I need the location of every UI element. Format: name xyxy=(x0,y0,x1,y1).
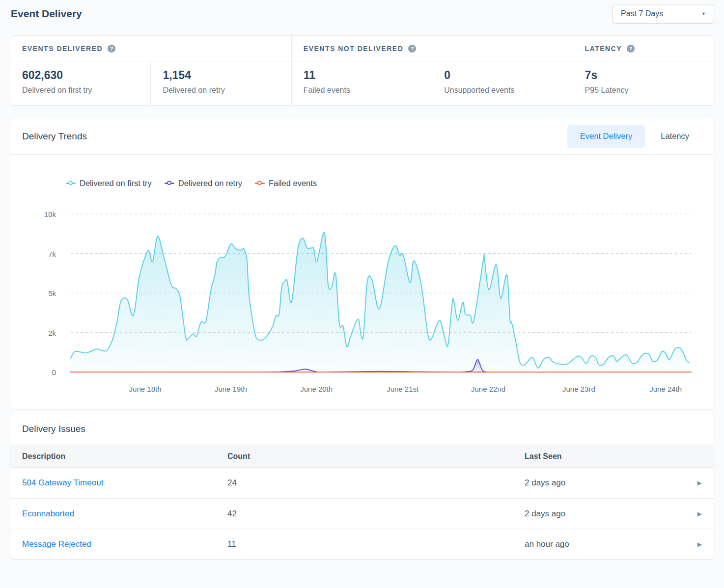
stat-label: P95 Latency xyxy=(585,86,702,95)
issue-last-seen: an hour ago xyxy=(525,539,682,549)
stats-group-label: EVENTS DELIVERED xyxy=(22,45,103,53)
stats-group-events-delivered: EVENTS DELIVERED ? xyxy=(10,36,292,61)
legend-item[interactable]: Delivered on first try xyxy=(66,179,152,188)
issue-link[interactable]: Econnaborted xyxy=(22,509,227,519)
issues-title: Delivery Issues xyxy=(22,424,702,434)
stat-label: Unsupported events xyxy=(444,86,560,95)
stat-failed: 11 Failed events xyxy=(292,61,432,105)
issue-link[interactable]: Message Rejected xyxy=(22,539,227,549)
legend-label: Delivered on retry xyxy=(178,179,242,188)
chart-canvas xyxy=(71,214,691,372)
column-header-count: Count xyxy=(227,452,525,461)
delivery-issues-card: Delivery Issues Description Count Last S… xyxy=(10,412,714,560)
stats-group-label: LATENCY xyxy=(585,45,622,53)
stat-first-try: 602,630 Delivered on first try xyxy=(10,61,151,105)
stat-label: Delivered on retry xyxy=(163,86,279,95)
trends-title: Delivery Trends xyxy=(22,131,87,142)
y-axis-tick-label: 5k xyxy=(48,289,56,297)
stats-group-latency: LATENCY ? xyxy=(573,36,714,61)
x-axis-labels: June 18thJune 19thJune 20thJune 21stJune… xyxy=(71,372,691,394)
y-axis-tick-label: 2k xyxy=(48,328,56,337)
table-row[interactable]: 504 Gateway Timeout 24 2 days ago ▶ xyxy=(10,468,714,498)
stat-value: 0 xyxy=(444,69,560,82)
help-icon[interactable]: ? xyxy=(108,45,115,53)
delivery-trends-card: Delivery Trends Event Delivery Latency D… xyxy=(10,118,714,409)
issues-table-header: Description Count Last Seen xyxy=(10,445,714,468)
stat-p95-latency: 7s P95 Latency xyxy=(573,61,714,105)
trends-header: Delivery Trends Event Delivery Latency xyxy=(10,118,714,155)
chevron-right-icon[interactable]: ▶ xyxy=(697,510,702,517)
tab-latency[interactable]: Latency xyxy=(648,125,702,148)
stat-value: 7s xyxy=(585,69,702,82)
y-axis-tick-label: 7k xyxy=(48,249,56,258)
stat-retry: 1,154 Delivered on retry xyxy=(151,61,291,105)
stats-header-row: EVENTS DELIVERED ? EVENTS NOT DELIVERED … xyxy=(10,36,714,61)
stats-values-row: 602,630 Delivered on first try 1,154 Del… xyxy=(10,61,714,105)
legend-item[interactable]: Failed events xyxy=(255,179,317,188)
legend-label: Delivered on first try xyxy=(80,179,152,188)
stats-group-label: EVENTS NOT DELIVERED xyxy=(304,45,403,53)
stat-value: 11 xyxy=(304,69,420,82)
legend-marker-icon xyxy=(255,180,265,186)
y-axis-tick-label: 10k xyxy=(44,210,56,218)
x-axis-tick-label: June 23rd xyxy=(562,385,595,393)
chart-legend: Delivered on first try Delivered on retr… xyxy=(10,178,714,188)
table-row[interactable]: Message Rejected 11 an hour ago ▶ xyxy=(10,529,714,559)
trends-tabs: Event Delivery Latency xyxy=(567,125,702,148)
legend-marker-icon xyxy=(165,180,174,186)
date-range-selector[interactable]: Past 7 Days ▼ xyxy=(613,4,714,24)
stat-label: Delivered on first try xyxy=(22,86,139,95)
stat-value: 1,154 xyxy=(163,69,279,82)
issue-count: 11 xyxy=(227,539,525,549)
x-axis-tick-label: June 21st xyxy=(387,385,418,393)
issue-last-seen: 2 days ago xyxy=(525,478,682,488)
x-axis-tick-label: June 18th xyxy=(129,385,162,393)
date-range-value: Past 7 Days xyxy=(621,9,663,18)
page-title: Event Delivery xyxy=(10,8,82,20)
stats-group-events-not-delivered: EVENTS NOT DELIVERED ? xyxy=(292,36,573,61)
issue-link[interactable]: 504 Gateway Timeout xyxy=(22,478,227,488)
top-bar: Event Delivery Past 7 Days ▼ xyxy=(10,0,714,35)
issues-header: Delivery Issues xyxy=(10,412,714,445)
x-axis-tick-label: June 24th xyxy=(649,385,682,393)
issue-count: 42 xyxy=(227,509,525,519)
x-axis-tick-label: June 20th xyxy=(300,385,333,393)
event-delivery-page: Event Delivery Past 7 Days ▼ EVENTS DELI… xyxy=(0,0,724,560)
stat-value: 602,630 xyxy=(22,69,139,82)
plot-area: 10k7k5k2k0 xyxy=(71,214,691,372)
legend-label: Failed events xyxy=(269,179,317,188)
chevron-down-icon: ▼ xyxy=(701,11,706,16)
stat-unsupported: 0 Unsupported events xyxy=(432,61,573,105)
y-axis-tick-label: 0 xyxy=(52,368,56,376)
stats-summary-card: EVENTS DELIVERED ? EVENTS NOT DELIVERED … xyxy=(10,35,714,106)
help-icon[interactable]: ? xyxy=(408,45,416,53)
issue-count: 24 xyxy=(227,478,525,488)
table-row[interactable]: Econnaborted 42 2 days ago ▶ xyxy=(10,498,714,529)
chevron-right-icon[interactable]: ▶ xyxy=(697,480,702,486)
help-icon[interactable]: ? xyxy=(627,45,635,53)
issue-last-seen: 2 days ago xyxy=(525,509,682,519)
stat-label: Failed events xyxy=(304,86,420,95)
column-header-last-seen: Last Seen xyxy=(525,452,682,461)
column-header-description: Description xyxy=(22,452,227,461)
legend-marker-icon xyxy=(66,180,76,186)
chevron-right-icon[interactable]: ▶ xyxy=(697,541,702,548)
x-axis-tick-label: June 22nd xyxy=(471,385,505,393)
legend-item[interactable]: Delivered on retry xyxy=(165,179,242,188)
tab-event-delivery[interactable]: Event Delivery xyxy=(567,125,645,148)
x-axis-tick-label: June 19th xyxy=(215,385,247,393)
